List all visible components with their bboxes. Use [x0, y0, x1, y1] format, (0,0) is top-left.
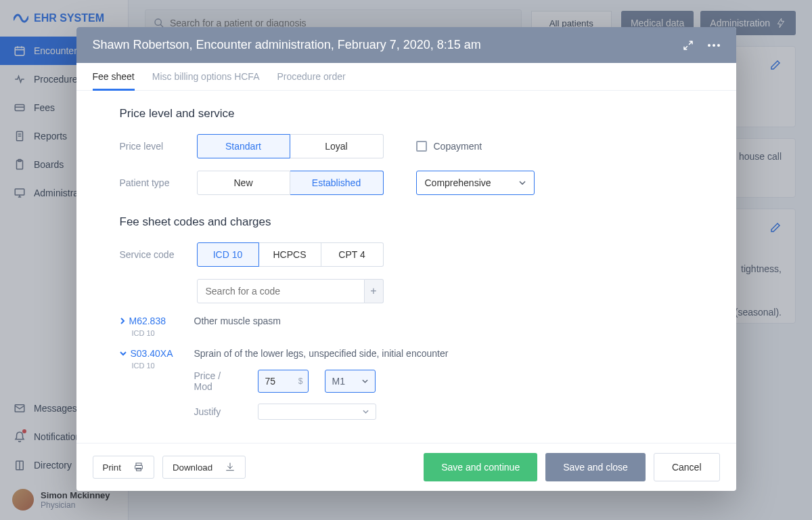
svg-rect-24 — [137, 468, 141, 471]
seg-patient-new[interactable]: New — [197, 171, 290, 195]
seg-cpt4[interactable]: CPT 4 — [321, 242, 384, 267]
modal-title: Shawn Robertson, Encounter administratio… — [93, 38, 481, 52]
tab-misc-billing-options-hcfa[interactable]: Misc billing options HCFA — [152, 63, 260, 90]
code-system-segmented: ICD 10 HCPCS CPT 4 — [197, 242, 384, 267]
tab-procedure-order[interactable]: Procedure order — [277, 63, 346, 90]
add-code-button[interactable]: + — [365, 279, 384, 303]
code-search-input[interactable] — [197, 279, 365, 303]
seg-hcpcs[interactable]: HCPCS — [259, 242, 321, 267]
svg-point-19 — [708, 44, 710, 47]
chevron-down-icon — [363, 410, 369, 414]
currency-symbol: $ — [298, 376, 303, 386]
save-close-button[interactable]: Save and close — [545, 453, 646, 481]
chevron-down-icon — [120, 351, 127, 356]
seg-price-standard[interactable]: Standart — [197, 134, 290, 158]
price-level-segmented: Standart Loyal — [197, 134, 384, 158]
patient-type-segmented: New Established — [197, 171, 384, 195]
svg-point-20 — [713, 44, 715, 47]
justify-select[interactable] — [258, 404, 376, 420]
encounter-modal: Shawn Robertson, Encounter administratio… — [76, 27, 736, 491]
code-toggle[interactable]: S03.40XA — [120, 348, 174, 359]
download-icon — [225, 462, 235, 473]
chevron-down-icon — [519, 181, 526, 185]
expand-icon[interactable] — [682, 39, 694, 51]
chevron-right-icon — [120, 318, 125, 324]
label-service-code: Service code — [120, 249, 181, 260]
code-system: ICD 10 — [132, 362, 174, 370]
cancel-button[interactable]: Cancel — [654, 453, 720, 481]
tab-fee-sheet[interactable]: Fee sheet — [93, 63, 135, 90]
seg-price-loyal[interactable]: Loyal — [290, 134, 384, 158]
code-description: Sprain of of the lower legs, unspecified… — [194, 348, 693, 359]
code-value: S03.40XA — [131, 348, 173, 359]
label-justify: Justify — [194, 406, 242, 417]
copayment-checkbox[interactable] — [416, 141, 427, 152]
code-value: M62.838 — [129, 316, 166, 326]
more-icon[interactable] — [708, 44, 720, 47]
section-price-level: Price level and service — [120, 107, 693, 121]
svg-rect-22 — [136, 463, 141, 465]
save-continue-button[interactable]: Save and continue — [424, 453, 537, 481]
code-description: Other muscle spasm — [194, 316, 693, 337]
modifier-select[interactable]: M1 — [325, 370, 376, 393]
seg-patient-established[interactable]: Established — [290, 171, 384, 195]
print-button[interactable]: Print — [93, 456, 154, 479]
chevron-down-icon — [362, 379, 368, 383]
seg-icd10[interactable]: ICD 10 — [197, 242, 259, 267]
section-codes: Fee sheet codes and charges — [120, 215, 693, 229]
code-system: ICD 10 — [132, 329, 174, 337]
label-price-level: Price level — [120, 141, 181, 152]
label-price-mod: Price / Mod — [194, 370, 242, 392]
copayment-label: Copayment — [434, 141, 482, 152]
svg-point-21 — [717, 44, 720, 47]
code-toggle[interactable]: M62.838 — [120, 316, 174, 326]
download-button[interactable]: Download — [162, 456, 246, 479]
label-patient-type: Patient type — [120, 177, 181, 188]
comprehensive-select[interactable]: Comprehensive — [416, 171, 535, 195]
print-icon — [133, 462, 144, 473]
